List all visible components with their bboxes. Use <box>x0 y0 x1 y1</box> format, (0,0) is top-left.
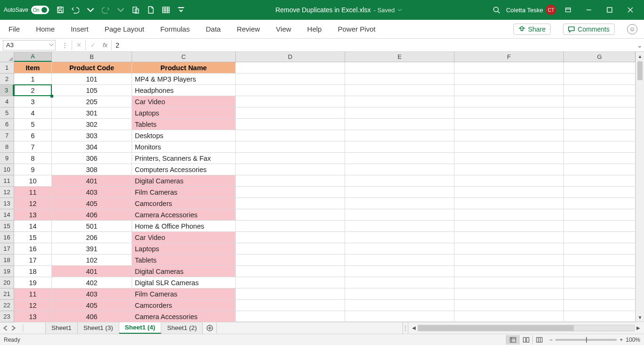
cell[interactable]: 14 <box>14 221 52 232</box>
cell[interactable] <box>236 300 345 311</box>
user-avatar[interactable]: CT <box>546 5 556 15</box>
cell[interactable] <box>454 164 564 175</box>
ribbon-display-icon[interactable] <box>559 3 577 16</box>
cell[interactable] <box>345 300 454 311</box>
cell[interactable] <box>236 221 345 232</box>
cell[interactable]: 105 <box>52 85 132 96</box>
cell[interactable]: Laptops <box>132 107 236 119</box>
scroll-up-icon[interactable]: ▲ <box>636 52 644 60</box>
file-icon[interactable] <box>144 3 157 16</box>
cell[interactable]: 405 <box>52 300 132 311</box>
cell[interactable] <box>236 130 345 141</box>
cell[interactable] <box>454 130 564 141</box>
cell[interactable]: 102 <box>52 255 132 266</box>
cell[interactable]: 306 <box>52 153 132 164</box>
cell[interactable] <box>345 164 454 175</box>
cell[interactable] <box>454 62 564 74</box>
cell[interactable] <box>564 187 636 198</box>
cell[interactable] <box>454 209 564 221</box>
cell[interactable]: 15 <box>14 232 52 243</box>
enter-icon[interactable]: ✓ <box>86 40 100 50</box>
row-header[interactable]: 4 <box>0 96 14 107</box>
cell[interactable] <box>454 198 564 209</box>
cells-area[interactable]: ItemProduct CodeProduct Name1101MP4 & MP… <box>14 62 636 321</box>
cell[interactable]: 18 <box>14 266 52 277</box>
row-header[interactable]: 9 <box>0 153 14 164</box>
ribbon-tab-formulas[interactable]: Formulas <box>158 22 192 36</box>
cell[interactable]: 206 <box>52 232 132 243</box>
column-header-D[interactable]: D <box>236 52 345 62</box>
cell[interactable] <box>564 130 636 141</box>
cell[interactable] <box>564 277 636 288</box>
cell[interactable]: 401 <box>52 266 132 277</box>
cell[interactable] <box>454 255 564 266</box>
cell[interactable] <box>345 266 454 277</box>
cell[interactable]: 303 <box>52 130 132 141</box>
ribbon-tab-home[interactable]: Home <box>34 22 57 36</box>
cell[interactable] <box>345 96 454 107</box>
autosave-toggle[interactable]: On <box>31 6 49 14</box>
cell[interactable] <box>454 288 564 300</box>
cell[interactable] <box>454 187 564 198</box>
cell[interactable]: 2 <box>14 85 52 96</box>
cell[interactable] <box>236 85 345 96</box>
chevron-down-icon[interactable] <box>49 42 54 47</box>
ribbon-tab-insert[interactable]: Insert <box>69 22 91 36</box>
horizontal-scrollbar[interactable]: ◀ ▶ <box>408 322 644 334</box>
cell[interactable] <box>345 187 454 198</box>
cell[interactable] <box>236 187 345 198</box>
normal-view-icon[interactable] <box>506 335 519 345</box>
cell[interactable]: 101 <box>52 74 132 85</box>
spill-icon[interactable]: ⋮ <box>58 40 72 50</box>
cell[interactable]: 19 <box>14 277 52 288</box>
cell[interactable] <box>454 221 564 232</box>
page-break-view-icon[interactable] <box>532 335 545 345</box>
cell[interactable]: Camcorders <box>132 198 236 209</box>
cell[interactable] <box>345 277 454 288</box>
cell[interactable] <box>345 119 454 130</box>
cancel-icon[interactable]: ✕ <box>72 40 86 50</box>
cell[interactable]: Desktops <box>132 130 236 141</box>
cell[interactable] <box>454 74 564 85</box>
cell[interactable] <box>345 85 454 96</box>
cell[interactable] <box>564 311 636 322</box>
cell[interactable] <box>454 107 564 119</box>
row-header[interactable]: 6 <box>0 119 14 130</box>
cell[interactable] <box>236 62 345 74</box>
sheet-prev-icon[interactable] <box>3 325 8 331</box>
cell[interactable] <box>345 311 454 322</box>
cell[interactable] <box>564 243 636 255</box>
cell[interactable]: 16 <box>14 243 52 255</box>
cell[interactable] <box>454 141 564 153</box>
cell[interactable]: 8 <box>14 153 52 164</box>
cell[interactable]: Headphones <box>132 85 236 96</box>
row-header[interactable]: 3 <box>0 85 14 96</box>
cell[interactable] <box>345 288 454 300</box>
cell[interactable] <box>564 153 636 164</box>
vertical-scrollbar[interactable]: ▲ ▼ <box>636 52 644 321</box>
cell[interactable]: 1 <box>14 74 52 85</box>
cell[interactable] <box>345 198 454 209</box>
cell[interactable] <box>564 300 636 311</box>
tab-split-handle[interactable]: ⋮ <box>403 322 408 334</box>
cell[interactable]: 403 <box>52 288 132 300</box>
select-all-button[interactable] <box>0 52 14 62</box>
ribbon-tab-power-pivot[interactable]: Power Pivot <box>336 22 377 36</box>
save-icon[interactable] <box>54 3 67 16</box>
cell[interactable]: 17 <box>14 255 52 266</box>
row-header[interactable]: 23 <box>0 311 14 322</box>
cell[interactable] <box>236 175 345 187</box>
cell[interactable]: Product Name <box>132 62 236 74</box>
zoom-out-button[interactable]: − <box>549 337 553 343</box>
ribbon-tab-review[interactable]: Review <box>235 22 262 36</box>
cell[interactable]: 401 <box>52 175 132 187</box>
cell[interactable]: Camera Accessories <box>132 311 236 322</box>
undo-icon[interactable] <box>69 3 82 16</box>
ribbon-tab-page-layout[interactable]: Page Layout <box>103 22 146 36</box>
zoom-level[interactable]: 100% <box>626 337 640 343</box>
cell[interactable] <box>345 141 454 153</box>
cell[interactable]: Computers Accessories <box>132 164 236 175</box>
cell[interactable] <box>564 96 636 107</box>
row-header[interactable]: 11 <box>0 175 14 187</box>
cell[interactable] <box>236 288 345 300</box>
